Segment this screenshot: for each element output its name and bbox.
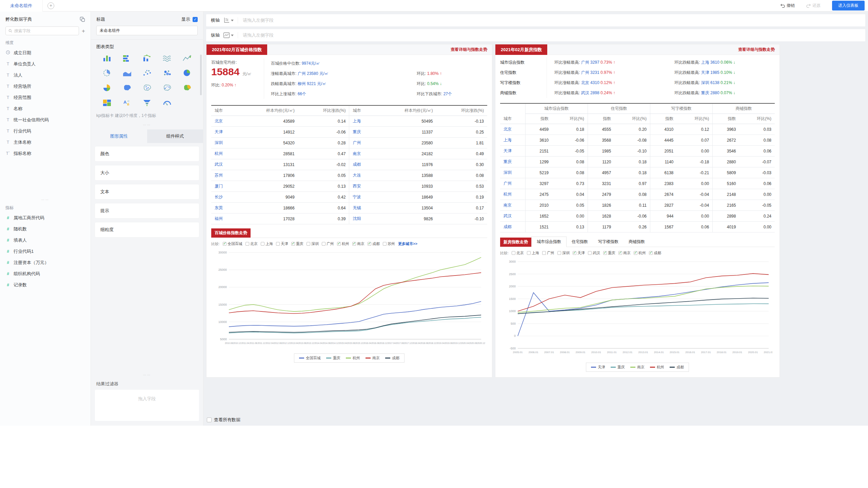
chart-type-wordcloud-icon[interactable]: ABC: [122, 98, 133, 107]
legend-item[interactable]: 成都: [385, 355, 399, 361]
dimension-item[interactable]: T`指标名称: [5, 148, 85, 159]
chart-type-rose-icon[interactable]: [102, 68, 113, 78]
new-house-trend-chart[interactable]: -5000500100015002000250030002005.012006.…: [500, 258, 773, 360]
chart-type-bar-icon[interactable]: [102, 53, 113, 63]
measure-item[interactable]: #组织机构代码: [5, 268, 85, 279]
legend-item[interactable]: 重庆: [326, 355, 340, 361]
panel-section[interactable]: 提示: [95, 203, 199, 218]
price-index-trend-chart[interactable]: 500010000150002000025000300002010.082010…: [211, 249, 485, 351]
compare-city-checkbox[interactable]: 苏州: [383, 241, 395, 246]
compare-city-checkbox[interactable]: 深圳: [557, 250, 570, 256]
city-link[interactable]: 南京: [500, 200, 525, 211]
y-axis-type-selector[interactable]: [223, 32, 238, 38]
legend-item[interactable]: 全国百城: [299, 355, 321, 361]
sidebar-splitter[interactable]: ⋯⋯: [5, 198, 85, 203]
dimension-item[interactable]: T名称: [5, 103, 85, 114]
city-link[interactable]: 苏州: [211, 170, 237, 181]
undo-button[interactable]: 撤销: [781, 3, 795, 8]
city-link[interactable]: 天津: [500, 146, 525, 157]
trend-tab[interactable]: 城市综合指数: [531, 237, 567, 247]
view-all-data-checkbox[interactable]: [207, 418, 212, 422]
component-title-input[interactable]: [96, 26, 198, 35]
city-link[interactable]: 武汉: [211, 159, 237, 170]
legend-item[interactable]: 南京: [630, 365, 645, 370]
switch-dataset-icon[interactable]: [80, 17, 85, 22]
compare-city-checkbox[interactable]: 天津: [573, 250, 585, 256]
city-link[interactable]: 上海: [349, 116, 375, 127]
more-cities-link[interactable]: 更多城市>>: [398, 241, 417, 246]
redo-button[interactable]: 还原: [806, 3, 821, 8]
city-link[interactable]: 长沙: [211, 192, 237, 203]
city-link[interactable]: 广州: [349, 138, 375, 148]
new-house-detail-link[interactable]: 查看详细与指数走势: [738, 47, 780, 53]
city-link[interactable]: 天津: [211, 127, 237, 138]
chart-type-scatter-icon[interactable]: [142, 68, 153, 78]
add-component-button[interactable]: +: [47, 2, 54, 9]
city-link[interactable]: 西安: [349, 181, 375, 192]
compare-city-checkbox[interactable]: 成都: [368, 241, 380, 246]
compare-city-checkbox[interactable]: 重庆: [291, 241, 303, 246]
city-link[interactable]: 南京: [349, 148, 375, 159]
chart-type-map-route-icon[interactable]: [162, 83, 173, 93]
city-link[interactable]: 武汉: [500, 211, 525, 222]
city-link[interactable]: 重庆: [500, 157, 525, 167]
compare-city-checkbox[interactable]: 杭州: [634, 250, 646, 256]
panel-section[interactable]: 大小: [95, 165, 199, 180]
chart-type-stream-icon[interactable]: [162, 53, 173, 63]
chart-type-treemap-icon[interactable]: [102, 98, 113, 107]
result-filter-dropzone[interactable]: 拖入字段: [95, 390, 199, 421]
trend-tab[interactable]: 写字楼指数: [593, 237, 624, 247]
x-axis-type-selector[interactable]: [223, 17, 238, 23]
chart-type-line-icon[interactable]: [182, 53, 193, 63]
compare-city-checkbox[interactable]: 广州: [322, 241, 334, 246]
measure-item[interactable]: #注册资本（万元）: [5, 257, 85, 268]
measure-item[interactable]: #行业代码1: [5, 246, 85, 257]
chart-type-funnel-icon[interactable]: [142, 98, 153, 107]
panel-section[interactable]: 文本: [95, 184, 199, 199]
chart-type-scrollbar[interactable]: [200, 55, 202, 95]
chart-type-map-fill-icon[interactable]: [182, 83, 193, 93]
chart-type-quarter-pie-icon[interactable]: [102, 83, 113, 93]
compare-city-checkbox[interactable]: 广州: [542, 250, 554, 256]
city-link[interactable]: 大连: [349, 170, 375, 181]
panel-tab-component-style[interactable]: 组件样式: [147, 129, 203, 143]
compare-city-checkbox[interactable]: 上海: [261, 241, 273, 246]
city-link[interactable]: 北京: [211, 116, 237, 127]
compare-city-checkbox[interactable]: 北京: [245, 241, 258, 246]
measure-item[interactable]: #记录数: [5, 279, 85, 290]
city-link[interactable]: 宁波: [349, 192, 375, 203]
compare-city-checkbox[interactable]: 武汉: [588, 250, 600, 256]
city-link[interactable]: 福州: [211, 214, 237, 224]
component-tab[interactable]: 未命名组件: [0, 0, 43, 12]
enter-dashboard-button[interactable]: 进入仪表板: [832, 1, 865, 11]
city-link[interactable]: 深圳: [211, 138, 237, 148]
add-field-button[interactable]: +: [82, 28, 85, 34]
dimension-item[interactable]: T统一社会信用代码: [5, 114, 85, 125]
city-link[interactable]: 广州: [500, 178, 525, 189]
city-link[interactable]: 重庆: [349, 127, 375, 138]
dimension-item[interactable]: T经营范围: [5, 92, 85, 103]
chart-type-bubble-icon[interactable]: [162, 68, 173, 78]
panel-splitter-bottom[interactable]: ⋯⋯: [95, 373, 199, 378]
show-title-checkbox[interactable]: ✓: [193, 17, 198, 22]
compare-city-checkbox[interactable]: 南京: [352, 241, 364, 246]
panel-section[interactable]: 颜色: [95, 146, 199, 161]
compare-city-checkbox[interactable]: 天津: [276, 241, 288, 246]
dimension-item[interactable]: T单位负责人: [5, 58, 85, 69]
compare-city-checkbox[interactable]: 上海: [527, 250, 539, 256]
panel-splitter-top[interactable]: ⋯⋯: [91, 123, 203, 128]
city-link[interactable]: 厦门: [211, 181, 237, 192]
city-link[interactable]: 杭州: [500, 189, 525, 200]
dimension-item[interactable]: T行业代码: [5, 125, 85, 137]
chart-type-map-scatter-icon[interactable]: [142, 83, 153, 93]
city-link[interactable]: 无锡: [349, 203, 375, 214]
compare-city-checkbox[interactable]: 杭州: [337, 241, 349, 246]
city-link[interactable]: 杭州: [211, 148, 237, 159]
city-link[interactable]: 北京: [500, 124, 525, 135]
legend-item[interactable]: 成都: [670, 365, 684, 370]
legend-item[interactable]: 南京: [366, 355, 380, 361]
field-search-input[interactable]: [14, 28, 76, 33]
city-link[interactable]: 成都: [500, 222, 525, 232]
legend-item[interactable]: 杭州: [346, 355, 360, 361]
dimension-item[interactable]: T法人: [5, 69, 85, 81]
